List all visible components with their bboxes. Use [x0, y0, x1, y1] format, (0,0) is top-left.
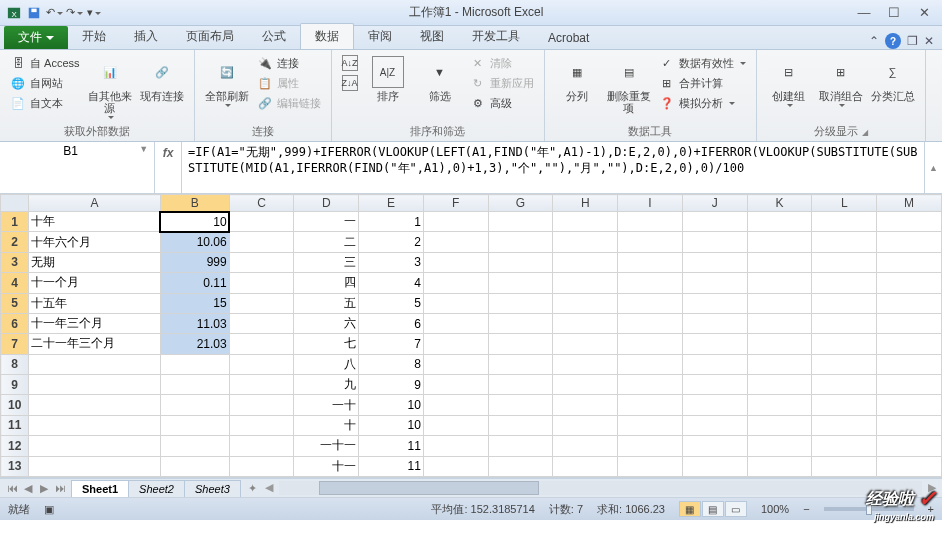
col-header[interactable]: G: [488, 195, 553, 212]
cell[interactable]: [488, 232, 553, 252]
row-header[interactable]: 11: [1, 415, 29, 435]
cell[interactable]: 5: [359, 293, 424, 313]
cell[interactable]: 五: [294, 293, 359, 313]
tab-acrobat[interactable]: Acrobat: [534, 27, 603, 49]
cell[interactable]: [877, 232, 942, 252]
view-page-layout-button[interactable]: ▤: [702, 501, 724, 517]
cell[interactable]: 一: [294, 212, 359, 232]
formula-input[interactable]: =IF(A1="无期",999)+IFERROR(VLOOKUP(LEFT(A1…: [182, 142, 924, 193]
col-header[interactable]: I: [618, 195, 683, 212]
cell[interactable]: [160, 456, 229, 477]
cell[interactable]: [553, 395, 618, 415]
cell[interactable]: 9: [359, 375, 424, 395]
col-header[interactable]: D: [294, 195, 359, 212]
sheet-tab[interactable]: Sheet1: [71, 480, 129, 497]
cell[interactable]: [877, 375, 942, 395]
scroll-thumb[interactable]: [319, 481, 539, 495]
cell[interactable]: [618, 273, 683, 293]
cell[interactable]: [553, 436, 618, 456]
tab-page-layout[interactable]: 页面布局: [172, 24, 248, 49]
cell[interactable]: [812, 436, 877, 456]
cell[interactable]: 10: [160, 212, 229, 232]
fx-icon[interactable]: fx: [159, 144, 177, 162]
cell[interactable]: [812, 415, 877, 435]
tab-view[interactable]: 视图: [406, 24, 458, 49]
cell[interactable]: [29, 354, 161, 374]
existing-connections-button[interactable]: 🔗现有连接: [138, 54, 186, 104]
cell[interactable]: 十年: [29, 212, 161, 232]
row-header[interactable]: 5: [1, 293, 29, 313]
zoom-level[interactable]: 100%: [761, 503, 789, 515]
cell[interactable]: 10.06: [160, 232, 229, 252]
redo-button[interactable]: ↷: [64, 3, 84, 23]
cell[interactable]: 10: [359, 395, 424, 415]
cell[interactable]: [229, 232, 294, 252]
sheet-tab[interactable]: Sheet2: [128, 480, 185, 497]
cell[interactable]: 无期: [29, 252, 161, 272]
cell[interactable]: [682, 415, 747, 435]
row-header[interactable]: 1: [1, 212, 29, 232]
sort-desc-button[interactable]: Z↓A: [340, 74, 360, 92]
cell[interactable]: 一十一: [294, 436, 359, 456]
col-header[interactable]: H: [553, 195, 618, 212]
cell[interactable]: [423, 456, 488, 477]
cell[interactable]: [160, 354, 229, 374]
cell[interactable]: 八: [294, 354, 359, 374]
cell[interactable]: [488, 293, 553, 313]
cell[interactable]: [229, 313, 294, 333]
cell[interactable]: [229, 273, 294, 293]
cell[interactable]: [877, 395, 942, 415]
cell[interactable]: 0.11: [160, 273, 229, 293]
cell[interactable]: [877, 456, 942, 477]
cell[interactable]: [618, 456, 683, 477]
cell[interactable]: [423, 395, 488, 415]
cell[interactable]: [423, 273, 488, 293]
minimize-button[interactable]: —: [850, 3, 878, 23]
cell[interactable]: [877, 334, 942, 354]
cell[interactable]: [553, 456, 618, 477]
tab-review[interactable]: 审阅: [354, 24, 406, 49]
ungroup-button[interactable]: ⊞取消组合: [817, 54, 865, 110]
cell[interactable]: [553, 415, 618, 435]
tab-data[interactable]: 数据: [300, 23, 354, 49]
col-header[interactable]: A: [29, 195, 161, 212]
cell[interactable]: 十一个月: [29, 273, 161, 293]
cell[interactable]: [877, 293, 942, 313]
cell[interactable]: [747, 232, 812, 252]
cell[interactable]: [423, 212, 488, 232]
cell[interactable]: [488, 375, 553, 395]
cell[interactable]: [618, 293, 683, 313]
cell[interactable]: [812, 293, 877, 313]
cell[interactable]: [682, 375, 747, 395]
row-header[interactable]: 3: [1, 252, 29, 272]
cell[interactable]: [488, 212, 553, 232]
cell[interactable]: [29, 375, 161, 395]
cell[interactable]: [682, 252, 747, 272]
sheet-nav-prev-icon[interactable]: ◀: [20, 482, 36, 495]
cell[interactable]: [423, 334, 488, 354]
cell[interactable]: [229, 252, 294, 272]
col-header[interactable]: C: [229, 195, 294, 212]
cell[interactable]: 8: [359, 354, 424, 374]
close-button[interactable]: ✕: [910, 3, 938, 23]
cell[interactable]: [488, 436, 553, 456]
col-header[interactable]: E: [359, 195, 424, 212]
formula-expand-icon[interactable]: ▲: [924, 142, 942, 193]
cell[interactable]: [229, 436, 294, 456]
cell[interactable]: 十一年三个月: [29, 313, 161, 333]
cell[interactable]: 10: [359, 415, 424, 435]
cell[interactable]: [229, 212, 294, 232]
qat-more-button[interactable]: ▾: [84, 3, 104, 23]
properties-button[interactable]: 📋属性: [255, 74, 323, 92]
ribbon-minimize-icon[interactable]: ⌃: [869, 34, 879, 48]
subtotal-button[interactable]: ∑分类汇总: [869, 54, 917, 104]
cell[interactable]: [423, 313, 488, 333]
cell[interactable]: [877, 354, 942, 374]
cell[interactable]: [877, 212, 942, 232]
cell[interactable]: [488, 395, 553, 415]
cell[interactable]: [618, 212, 683, 232]
cell[interactable]: [553, 375, 618, 395]
cell[interactable]: [812, 375, 877, 395]
cell[interactable]: [160, 415, 229, 435]
cell[interactable]: [812, 334, 877, 354]
